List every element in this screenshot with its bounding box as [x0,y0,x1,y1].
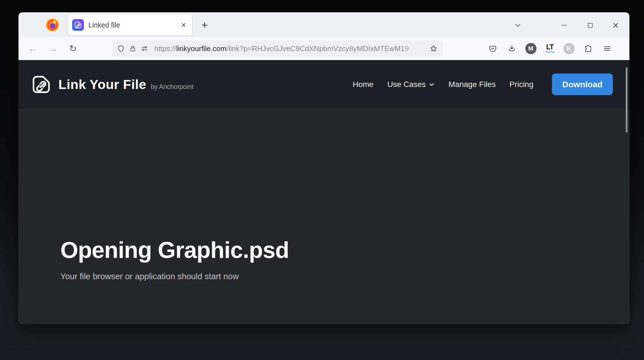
url-text: https://linkyourfile.com/link?p=RHJvcGJv… [154,44,428,53]
navigation-toolbar: ← → ↻ https://linkyourfile.co [19,37,629,60]
m-badge: M [525,43,537,54]
shield-icon[interactable] [115,43,127,54]
lt-letters: LT [546,44,554,50]
site-favicon-icon [72,19,84,31]
brand-byline: by Anchorpoint [151,83,193,91]
back-arrow-icon: ← [28,44,37,53]
forward-arrow-icon: → [48,44,57,53]
link-file-logo-icon [30,74,52,95]
extension-m-avatar[interactable]: M [524,42,537,55]
pocket-icon[interactable] [486,42,499,55]
url-bar[interactable]: https://linkyourfile.com/link?p=RHJvcGJv… [112,40,443,57]
nav-item-pricing[interactable]: Pricing [509,80,533,89]
chevron-down-icon [428,81,435,88]
browser-window: Linked file × + × ← → ↻ [19,12,629,324]
page-title: Opening Graphic.psd [60,237,289,263]
page-viewport: Link Your File by Anchorpoint Home Use C… [19,60,629,324]
downloads-icon[interactable] [505,42,518,55]
menu-hamburger-icon[interactable] [601,42,614,55]
forward-button[interactable]: → [46,42,59,55]
tab-separator [66,15,66,34]
desktop-background: { "browser": { "tab": { "title": "Linked… [0,0,644,360]
url-domain: linkyourfile.com [176,44,226,53]
page-subtitle: Your file browser or application should … [60,272,289,281]
url-path: /link?p=RHJvcGJveC9CdXNpbmVzcy8yMDIxMTEw… [226,44,409,53]
reload-icon: ↻ [69,44,77,53]
extension-languagetool-icon[interactable]: LT [543,42,556,55]
list-tabs-chevron-icon[interactable] [511,19,524,32]
scrollbar-thumb[interactable] [626,67,627,132]
new-tab-button[interactable]: + [198,18,212,32]
lt-wave-icon [545,50,555,53]
nav-item-manage-files[interactable]: Manage Files [448,80,496,89]
bookmark-star-icon[interactable] [428,43,439,54]
download-button[interactable]: Download [552,74,613,95]
maximize-icon [588,23,593,28]
window-close-button[interactable]: × [609,19,622,32]
nav-item-home[interactable]: Home [353,80,374,89]
extension-k-avatar[interactable]: K [562,42,576,55]
main-nav: Home Use Cases Manage Files Pricing Down… [353,74,613,95]
k-badge: K [563,43,575,54]
toolbar-icons: M LT K [486,42,614,55]
lock-icon[interactable] [127,43,139,54]
hero-section: Opening Graphic.psd Your file browser or… [60,237,289,281]
site-header: Link Your File by Anchorpoint Home Use C… [19,60,629,109]
site-logo[interactable]: Link Your File by Anchorpoint [30,74,194,95]
firefox-icon[interactable] [46,19,59,31]
permissions-icon[interactable] [139,43,150,54]
active-tab[interactable]: Linked file × [68,15,192,35]
url-scheme: https:// [154,44,176,53]
tab-strip: Linked file × + × [19,12,629,37]
extensions-puzzle-icon[interactable] [581,42,595,55]
minimize-icon [562,25,567,26]
back-button[interactable]: ← [26,42,39,55]
reload-button[interactable]: ↻ [66,42,80,55]
tab-title: Linked file [88,21,179,29]
nav-item-use-cases[interactable]: Use Cases [387,80,435,89]
brand-name: Link Your File [58,77,146,92]
maximize-button[interactable] [584,19,597,32]
minimize-button[interactable] [558,19,570,32]
tab-close-icon[interactable]: × [179,20,188,30]
